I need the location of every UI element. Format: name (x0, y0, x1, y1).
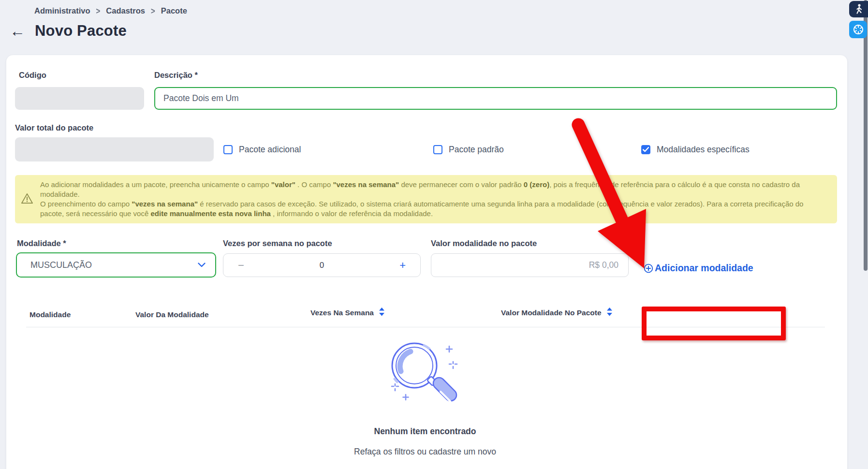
column-header-valor-modalidade-no-pacote[interactable]: Valor Modalidade No Pacote (501, 308, 613, 318)
adicionar-modalidade-button[interactable]: Adicionar modalidade (644, 263, 753, 274)
breadcrumb-item-cadastros[interactable]: Cadastros (106, 6, 145, 15)
column-header-vezes-na-semana[interactable]: Vezes Na Semana (310, 308, 385, 318)
empty-state: Nenhum item encontrado Refaça os filtros… (6, 336, 844, 457)
stepper-value: 0 (320, 261, 324, 270)
empty-state-title: Nenhum item encontrado (6, 426, 844, 437)
walking-person-icon (854, 3, 864, 15)
descricao-label: Descrição * (154, 71, 198, 80)
breadcrumb-separator-icon: > (96, 6, 101, 16)
breadcrumb-separator-icon: > (151, 6, 155, 16)
valor-total-label: Valor total do pacote (15, 123, 93, 132)
checkbox-pacote-adicional[interactable]: Pacote adicional (223, 137, 301, 161)
adicionar-modalidade-label: Adicionar modalidade (655, 263, 753, 274)
magnifier-illustration-icon (377, 336, 473, 415)
warning-triangle-icon (21, 192, 33, 206)
chevron-down-icon (198, 261, 206, 269)
column-header-valor-da-modalidade: Valor Da Modalidade (135, 310, 209, 319)
valor-modalidade-label: Valor modalidade no pacote (431, 239, 537, 248)
descricao-input[interactable] (154, 87, 837, 110)
checkbox-label: Pacote adicional (239, 145, 301, 155)
modalidade-select[interactable]: MUSCULAÇÃO (16, 252, 216, 278)
checkbox-label: Modalidades específicas (657, 145, 750, 155)
vertical-scrollbar[interactable] (864, 0, 868, 271)
stepper-minus-button[interactable]: − (238, 259, 244, 272)
empty-state-subtitle: Refaça os filtros ou cadastre um novo (6, 447, 844, 457)
vezes-stepper: − 0 + (223, 253, 421, 277)
valor-modalidade-input[interactable] (431, 253, 629, 277)
sort-icon[interactable] (379, 308, 385, 318)
form-card: Código Descrição * Valor total do pacote… (6, 55, 847, 469)
checkbox-label: Pacote padrão (449, 145, 504, 155)
back-arrow-icon[interactable]: ← (10, 23, 25, 39)
breadcrumb-item-pacote[interactable]: Pacote (161, 6, 187, 15)
modalidade-select-value: MUSCULAÇÃO (30, 260, 92, 270)
column-header-modalidade: Modalidade (29, 310, 71, 319)
checkbox-checked-icon[interactable] (641, 145, 650, 154)
page-title: Novo Pacote (35, 22, 127, 40)
modalidade-label: Modalidade * (17, 239, 66, 248)
checkbox-pacote-padrao[interactable]: Pacote padrão (433, 137, 504, 161)
warning-banner: Ao adicionar modalidades a um pacote, pr… (15, 175, 837, 223)
checkbox-icon[interactable] (223, 145, 233, 154)
plus-circle-icon (644, 264, 653, 273)
checkbox-icon[interactable] (433, 145, 442, 154)
checkbox-modalidades-especificas[interactable]: Modalidades específicas (641, 137, 750, 161)
breadcrumb-item-administrativo[interactable]: Administrativo (34, 6, 90, 15)
codigo-input (15, 87, 144, 110)
breadcrumb: Administrativo > Cadastros > Pacote (34, 6, 187, 15)
codigo-label: Código (19, 71, 46, 80)
ai-assistant-widget-button[interactable] (849, 21, 867, 38)
vezes-label: Vezes por semana no pacote (223, 239, 332, 248)
valor-total-input (15, 137, 214, 161)
sort-icon[interactable] (606, 308, 613, 318)
stepper-plus-button[interactable]: + (399, 259, 406, 272)
warning-text: Ao adicionar modalidades a um pacote, pr… (40, 180, 828, 219)
accessibility-widget-button[interactable] (849, 1, 868, 17)
annotation-highlight-box (642, 307, 786, 340)
swirl-logo-icon (853, 24, 864, 35)
